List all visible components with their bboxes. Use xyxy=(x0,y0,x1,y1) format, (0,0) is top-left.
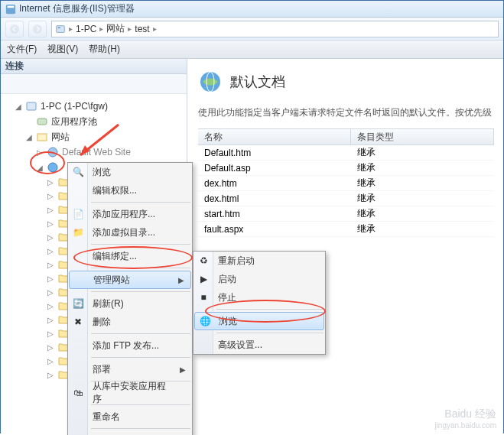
svg-point-9 xyxy=(48,148,57,157)
svg-rect-7 xyxy=(37,118,47,125)
ctx-edit-permissions[interactable]: 编辑权限... xyxy=(68,181,192,200)
content-panel: 默认文档 使用此功能指定当客户端未请求特定文件名时返回的默认文件。按优先级 名称… xyxy=(187,59,503,434)
menu-file[interactable]: 文件(F) xyxy=(7,43,37,56)
ctx-advanced-settings[interactable]: 高级设置... xyxy=(193,336,325,354)
page-title: 默认文档 xyxy=(230,73,285,91)
col-header-name[interactable]: 名称 xyxy=(198,129,351,144)
add-app-icon: 📄 xyxy=(72,208,84,220)
table-row[interactable]: Default.htm继承 xyxy=(198,145,494,161)
svg-point-3 xyxy=(33,24,42,34)
connections-toolbar xyxy=(1,74,187,94)
tree-app-pool[interactable]: 应用程序池 xyxy=(25,114,184,129)
nav-bar: ▸ 1-PC ▸ 网站 ▸ test ▸ xyxy=(1,18,503,41)
crumb-root[interactable]: 1-PC xyxy=(76,24,96,34)
default-doc-grid: 名称 条目类型 Default.htm继承 Default.asp继承 dex.… xyxy=(198,128,494,237)
ctx-add-ftp[interactable]: 添加 FTP 发布... xyxy=(68,336,192,355)
page-description: 使用此功能指定当客户端未请求特定文件名时返回的默认文件。按优先级 xyxy=(198,106,494,119)
ctx-manage-site[interactable]: 管理网站▶ xyxy=(69,271,191,289)
collapse-icon[interactable]: ◢ xyxy=(36,164,44,172)
server-icon xyxy=(55,24,66,34)
connections-header: 连接 xyxy=(1,59,187,74)
app-icon xyxy=(5,4,16,15)
table-row[interactable]: fault.aspx继承 xyxy=(198,222,494,237)
tree-app-pool-label: 应用程序池 xyxy=(51,115,97,128)
default-doc-icon xyxy=(198,70,223,94)
browse-icon: 🌐 xyxy=(199,315,211,327)
add-vdir-icon: 📁 xyxy=(72,226,84,239)
ctx-stop[interactable]: ■停止 xyxy=(193,288,325,307)
ctx-install-from-library[interactable]: 🛍从库中安装应用程序 xyxy=(68,384,192,402)
menu-bar: 文件(F) 视图(V) 帮助(H) xyxy=(1,41,503,59)
ctx-add-vdir[interactable]: 📁添加虚拟目录... xyxy=(68,223,192,242)
ctx-add-app[interactable]: 📄添加应用程序... xyxy=(68,205,192,223)
stop-icon: ■ xyxy=(197,291,210,304)
app-pool-icon xyxy=(36,115,48,128)
collapse-icon[interactable]: ◢ xyxy=(15,102,22,111)
crumb-test[interactable]: test xyxy=(135,24,149,34)
svg-rect-1 xyxy=(8,5,15,8)
svg-point-10 xyxy=(48,163,57,172)
context-submenu-manage: ♻重新启动 ▶启动 ■停止 🌐浏览 高级设置... xyxy=(193,251,326,355)
ctx-browse[interactable]: 🌐浏览 xyxy=(194,312,324,330)
tree-sites[interactable]: ◢ 网站 xyxy=(25,129,184,144)
tree-server[interactable]: ◢ 1-PC (1-PC\fgw) xyxy=(15,99,184,114)
window-title: Internet 信息服务(IIS)管理器 xyxy=(19,2,135,15)
ctx-rename[interactable]: 重命名 xyxy=(68,407,192,426)
table-row[interactable]: start.htm继承 xyxy=(198,206,494,222)
gallery-icon: 🛍 xyxy=(72,387,84,399)
ctx-start[interactable]: ▶启动 xyxy=(193,270,325,288)
svg-point-2 xyxy=(10,24,19,34)
globe-icon xyxy=(47,161,59,174)
delete-icon: ✖ xyxy=(72,316,84,328)
start-icon: ▶ xyxy=(197,273,210,285)
ctx-restart[interactable]: ♻重新启动 xyxy=(193,252,325,270)
watermark: Baidu 经验 jingyan.baidu.com xyxy=(434,407,496,430)
magnifier-icon: 🔍 xyxy=(72,166,84,178)
table-row[interactable]: dex.html继承 xyxy=(198,191,494,206)
table-row[interactable]: dex.htm继承 xyxy=(198,176,494,191)
table-row[interactable]: Default.asp继承 xyxy=(198,161,494,176)
svg-rect-6 xyxy=(27,102,36,110)
menu-help[interactable]: 帮助(H) xyxy=(89,43,120,56)
crumb-sites[interactable]: 网站 xyxy=(106,22,125,35)
back-button[interactable] xyxy=(5,21,24,37)
svg-rect-8 xyxy=(37,134,47,141)
server-icon xyxy=(25,100,37,112)
ctx-edit-bindings[interactable]: 编辑绑定... xyxy=(68,247,192,265)
globe-icon xyxy=(47,146,59,158)
ctx-switch-content-view[interactable]: 📋切换到内容视图 xyxy=(68,431,192,435)
expand-icon[interactable]: ▷ xyxy=(36,148,44,157)
ctx-refresh[interactable]: 🔄刷新(R) xyxy=(68,294,192,313)
svg-rect-4 xyxy=(57,25,65,32)
tree-server-label: 1-PC (1-PC\fgw) xyxy=(41,101,108,112)
menu-view[interactable]: 视图(V) xyxy=(47,43,78,56)
collapse-icon[interactable]: ◢ xyxy=(25,133,33,141)
ctx-deploy[interactable]: 部署▶ xyxy=(68,360,192,378)
col-header-type[interactable]: 条目类型 xyxy=(351,129,494,144)
context-menu-site: 🔍浏览 编辑权限... 📄添加应用程序... 📁添加虚拟目录... 编辑绑定..… xyxy=(67,162,193,435)
submenu-arrow-icon: ▶ xyxy=(178,276,184,284)
breadcrumb[interactable]: ▸ 1-PC ▸ 网站 ▸ test ▸ xyxy=(51,21,499,37)
tree-default-site-label: Default Web Site xyxy=(62,147,131,157)
submenu-arrow-icon: ▶ xyxy=(180,365,186,374)
ctx-delete[interactable]: ✖删除 xyxy=(68,313,192,331)
title-bar: Internet 信息服务(IIS)管理器 xyxy=(1,1,503,18)
restart-icon: ♻ xyxy=(197,255,210,267)
forward-button[interactable] xyxy=(28,21,47,37)
refresh-icon: 🔄 xyxy=(72,297,84,310)
svg-rect-5 xyxy=(58,27,61,28)
tree-sites-label: 网站 xyxy=(51,131,70,144)
sites-icon xyxy=(36,131,48,143)
tree-default-site[interactable]: ▷ Default Web Site xyxy=(36,144,184,160)
ctx-explore[interactable]: 🔍浏览 xyxy=(68,163,192,181)
